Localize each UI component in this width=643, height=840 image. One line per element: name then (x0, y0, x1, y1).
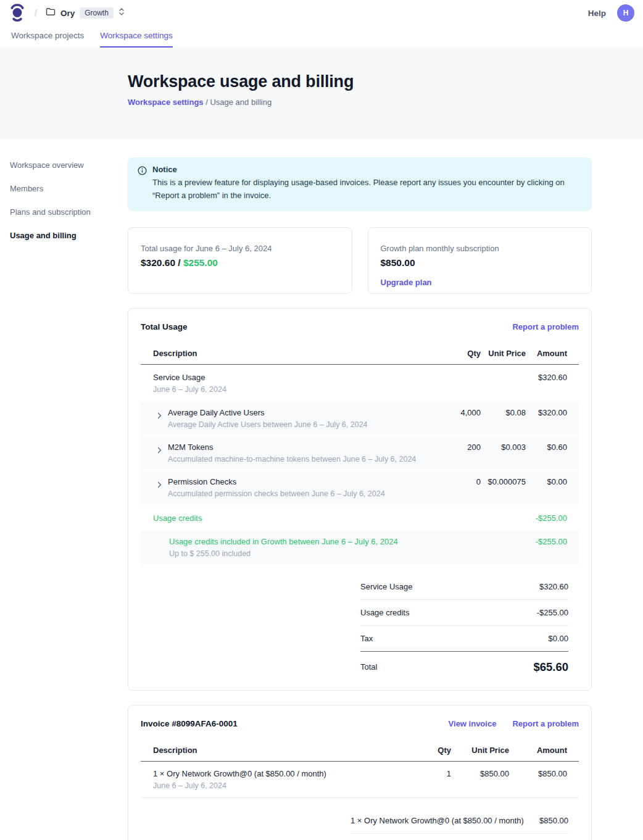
selector-chevrons-icon (118, 7, 125, 19)
table-row-usage-credits: Usage credits -$255.00 (141, 505, 579, 531)
row-qty: 1 (408, 769, 451, 790)
usage-summary: Service Usage $320.60 Usage credits -$25… (360, 574, 579, 675)
row-description: Accumulated machine-to-machine tokens be… (168, 455, 416, 464)
table-row-usage-credits-detail: Usage credits included in Growth between… (141, 531, 579, 564)
row-amount: $320.00 (526, 408, 567, 429)
usage-amount-value: $320.60 (141, 257, 175, 268)
total-usage-table-card: Total Usage Report a problem Description… (128, 308, 592, 691)
invoice-card: Invoice #8099AFA6-0001 View invoice Repo… (128, 705, 592, 840)
total-usage-amount: $320.60 / $255.00 (141, 257, 339, 268)
row-name: 1 × Ory Network Growth@0 (at $850.00 / m… (153, 769, 408, 778)
breadcrumb-link-workspace-settings[interactable]: Workspace settings (128, 98, 204, 107)
col-amount: Amount (509, 746, 567, 755)
summary-label: Tax (360, 634, 373, 643)
subscription-label: Growth plan monthly subscription (381, 244, 579, 253)
workspace-name: Ory (60, 9, 75, 18)
summary-value: $320.60 (539, 582, 568, 591)
summary-label: Usage credits (360, 608, 409, 617)
row-name: Average Daily Active Users (168, 408, 368, 417)
sidebar-item-usage-and-billing[interactable]: Usage and billing (10, 228, 128, 243)
row-amount: $0.00 (526, 477, 567, 498)
upgrade-plan-link[interactable]: Upgrade plan (381, 278, 432, 287)
row-name: Service Usage (153, 373, 438, 382)
user-avatar[interactable]: H (617, 4, 634, 22)
summary-row-line-item: 1 × Ory Network Growth@0 (at $850.00 / m… (351, 808, 568, 834)
table-row-service-usage: Service Usage June 6 – July 6, 2024 $320… (141, 365, 579, 402)
table-row-m2m-tokens[interactable]: M2M Tokens Accumulated machine-to-machin… (141, 436, 579, 470)
total-value: $65.60 (533, 660, 568, 674)
col-description: Description (153, 746, 408, 755)
col-description: Description (153, 349, 438, 358)
sidebar-item-workspace-overview[interactable]: Workspace overview (10, 157, 128, 173)
row-amount: -$255.00 (526, 537, 567, 558)
report-problem-link-invoice[interactable]: Report a problem (512, 719, 579, 728)
chevron-right-icon[interactable] (157, 480, 162, 491)
help-link[interactable]: Help (588, 9, 606, 18)
invoice-line-item: 1 × Ory Network Growth@0 (at $850.00 / m… (141, 762, 579, 798)
row-amount: -$255.00 (526, 514, 567, 523)
row-unit-price: $0.000075 (481, 477, 526, 498)
folder-icon (46, 7, 56, 19)
summary-label: Service Usage (360, 582, 413, 591)
ory-logo-icon[interactable] (10, 4, 25, 22)
summary-value: $850.00 (539, 816, 568, 825)
tab-workspace-settings[interactable]: Workspace settings (100, 31, 173, 48)
info-icon (138, 166, 147, 202)
breadcrumb-separator: / (35, 8, 37, 18)
sidebar-item-members[interactable]: Members (10, 181, 128, 196)
chevron-right-icon[interactable] (157, 445, 162, 456)
row-amount: $0.60 (526, 443, 567, 464)
col-unit-price: Unit Price (481, 349, 526, 358)
summary-row-tax: Tax $0.00 (360, 626, 568, 652)
page-header: Workspace usage and billing Workspace se… (0, 48, 643, 139)
notice-body: This is a preview feature for displaying… (152, 176, 579, 202)
invoice-title: Invoice #8099AFA6-0001 (141, 719, 238, 728)
usage-table-title: Total Usage (141, 322, 188, 331)
view-invoice-link[interactable]: View invoice (449, 719, 497, 728)
total-usage-card: Total usage for June 6 – July 6, 2024 $3… (128, 227, 352, 294)
row-unit-price: $0.003 (481, 443, 526, 464)
main-content: Notice This is a preview feature for dis… (128, 139, 592, 840)
row-amount: $320.60 (526, 373, 567, 394)
row-description: Accumulated permission checks between Ju… (168, 489, 385, 498)
workspace-tabs: Workspace projects Workspace settings (0, 26, 643, 48)
report-problem-link-usage[interactable]: Report a problem (512, 322, 579, 331)
preview-notice: Notice This is a preview feature for dis… (128, 157, 592, 211)
usage-credit-value: $255.00 (183, 257, 218, 268)
row-qty: 4,000 (438, 408, 481, 429)
sidebar-item-plans-and-subscription[interactable]: Plans and subscription (10, 204, 128, 220)
table-row-permission-checks[interactable]: Permission Checks Accumulated permission… (141, 471, 579, 504)
row-amount: $850.00 (509, 769, 567, 790)
plan-badge: Growth (80, 7, 114, 19)
chevron-right-icon[interactable] (157, 410, 162, 422)
col-qty: Qty (438, 349, 481, 358)
row-period: June 6 – July 6, 2024 (153, 781, 408, 790)
summary-label: 1 × Ory Network Growth@0 (at $850.00 / m… (351, 816, 524, 825)
total-usage-label: Total usage for June 6 – July 6, 2024 (141, 244, 339, 253)
notice-title: Notice (152, 165, 579, 174)
subscription-amount: $850.00 (381, 257, 579, 268)
row-description: Average Daily Active Users between June … (168, 420, 368, 429)
row-period: June 6 – July 6, 2024 (153, 385, 438, 394)
row-description: Up to $ 255.00 included (169, 549, 438, 558)
table-row-average-daily-active-users[interactable]: Average Daily Active Users Average Daily… (141, 402, 579, 435)
summary-row-total: Total $65.60 (360, 652, 568, 675)
top-bar: / Ory Growth Help H (0, 0, 643, 26)
summary-value: -$255.00 (537, 608, 568, 617)
usage-table-header: Description Qty Unit Price Amount (141, 344, 579, 365)
row-name: Usage credits included in Growth between… (169, 537, 438, 546)
row-name: M2M Tokens (168, 443, 416, 452)
tab-workspace-projects[interactable]: Workspace projects (11, 31, 84, 48)
total-label: Total (360, 662, 377, 672)
summary-row-tax: Tax $0.00 (351, 834, 568, 840)
page-title: Workspace usage and billing (128, 72, 643, 91)
row-qty: 200 (438, 443, 481, 464)
settings-sidebar: Workspace overview Members Plans and sub… (0, 139, 128, 251)
workspace-switcher[interactable]: Ory Growth (46, 7, 125, 19)
row-qty: 0 (438, 477, 481, 498)
summary-value: $0.00 (548, 634, 568, 643)
breadcrumb: Workspace settings / Usage and billing (128, 98, 643, 107)
row-unit-price: $0.08 (481, 408, 526, 429)
row-name: Permission Checks (168, 477, 385, 486)
summary-row-service-usage: Service Usage $320.60 (360, 574, 568, 600)
